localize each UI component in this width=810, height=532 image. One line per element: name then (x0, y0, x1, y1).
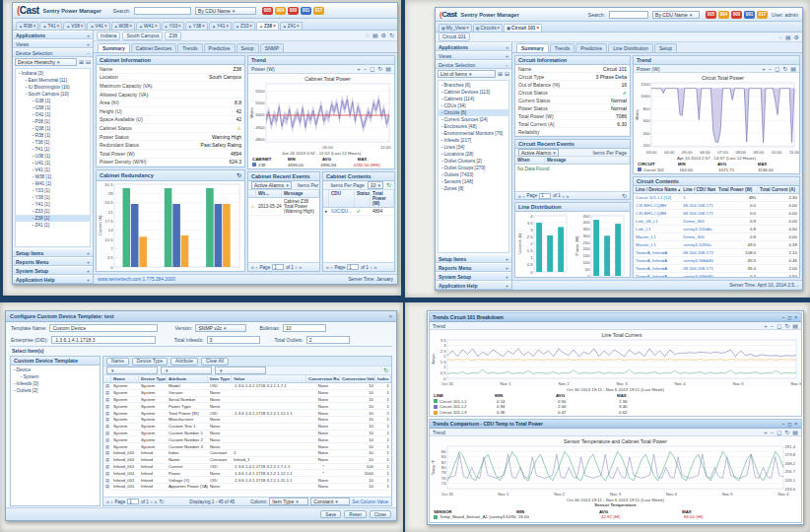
total-outlets-input[interactable]: 2 (306, 336, 350, 344)
tree-node[interactable]: Infeeds [3] (11, 380, 100, 387)
col-cdu[interactable]: CDU (329, 190, 355, 207)
toolbar-button[interactable]: Clear All (201, 358, 229, 366)
close-icon[interactable]: × (81, 24, 84, 29)
refresh-icon[interactable]: ↻ (383, 366, 388, 374)
contents-row[interactable]: TowerA_InfeedAsentry3-56bb8045.50.46 (634, 257, 799, 265)
total-infeeds-input[interactable]: 3 (207, 336, 260, 344)
items-per-page-select[interactable]: 10▾ (368, 181, 383, 189)
close-icon[interactable]: × (389, 313, 392, 319)
close-icon[interactable]: × (155, 24, 158, 29)
contents-row[interactable]: TowerA_InfeedA68.204.208.17135.02.00 (634, 265, 799, 273)
tab[interactable]: Trends (177, 43, 202, 52)
template-name-input[interactable]: Custom Device (49, 324, 158, 332)
tree-node[interactable]: Y38 [1] (16, 194, 90, 201)
col-message[interactable]: Message (282, 190, 319, 197)
col-conversion-value[interactable]: Conversion Value (340, 375, 375, 382)
contents-row[interactable]: CXLBH1-CQBH68.204.208.1710.00.00 (634, 210, 799, 218)
tab[interactable]: Predictive (204, 43, 236, 52)
toolbar-icon[interactable]: ▤ (372, 32, 378, 39)
tree-node[interactable]: East Memorial [11] (16, 77, 90, 84)
version-select[interactable]: SNMP v2c▾ (195, 324, 246, 332)
close-icon[interactable]: × (537, 26, 540, 31)
tree-node[interactable]: Indiana [3] (16, 70, 90, 77)
close-icon[interactable]: × (202, 24, 205, 29)
sidebar-item-views[interactable]: Views+ (436, 51, 511, 60)
tree-node[interactable]: Sensors [148] (439, 178, 508, 185)
contents-row[interactable]: Master_L1sentry3-52f50c49.50.39 (634, 241, 799, 249)
chart-tool-icon[interactable]: ▤ (385, 65, 391, 73)
toolbar-icon[interactable]: ◌ (778, 33, 782, 41)
breadcrumb-item[interactable]: South Campus (122, 32, 163, 40)
close-icon[interactable]: × (178, 24, 181, 29)
device-tab[interactable]: ▲T41× (39, 22, 62, 30)
device-tab[interactable]: ▲Y03× (162, 22, 184, 30)
panel-titlebar[interactable]: Trends Circuit 101 Breakdown– ◻ × (430, 313, 801, 322)
col-item-type[interactable]: Item Type (208, 375, 232, 382)
tree-node[interactable]: Environmental Monitors [76] (439, 130, 508, 137)
device-tab[interactable]: ▲W41× (136, 22, 160, 30)
last-page-icon[interactable]: » (300, 264, 303, 270)
bulkmax-input[interactable]: 10 (283, 324, 326, 332)
prev-page-icon[interactable]: ‹ (256, 264, 258, 270)
close-icon[interactable]: × (498, 26, 501, 31)
tree-node[interactable]: Q38 [1] (16, 125, 90, 132)
chart-tool-icon[interactable]: ↻ (784, 322, 789, 330)
device-tab[interactable]: ▦Circuit 101× (504, 24, 542, 32)
page-input[interactable]: 1 (272, 264, 284, 270)
col-conversion-rule[interactable]: Conversion Rule (306, 375, 340, 382)
collapse-icon[interactable]: « (87, 33, 90, 38)
refresh-icon[interactable]: ↻ (386, 181, 391, 189)
tree-node[interactable]: Locations [28] (439, 151, 508, 158)
sidebar-item-device-selection[interactable]: Device Selection− (436, 60, 511, 69)
device-tab[interactable]: ▦Circuits× (473, 24, 503, 32)
col-when[interactable]: When (515, 157, 545, 164)
close-icon[interactable]: × (226, 24, 229, 29)
refresh-icon[interactable]: ↻ (622, 192, 627, 200)
close-icon[interactable]: × (297, 24, 300, 29)
alert-badge[interactable]: 017 (757, 11, 768, 19)
toolbar-button[interactable]: Attribute (170, 358, 198, 366)
search-input[interactable] (609, 11, 648, 19)
close-icon[interactable]: × (57, 24, 60, 29)
tree-node[interactable]: Infeeds [217] (439, 137, 508, 144)
col-attribute[interactable]: Attribute (167, 375, 208, 382)
sidebar-header-applications[interactable]: Applications« (13, 31, 93, 39)
chart-tool-icon[interactable]: ▤ (792, 322, 798, 330)
alert-badge[interactable]: 004 (718, 11, 729, 19)
tree-node[interactable]: System (11, 373, 100, 380)
close-icon[interactable]: × (273, 24, 276, 29)
device-tab[interactable]: ▲Y41× (209, 22, 232, 30)
alarm-filter-select[interactable]: Active Alarms▾ (518, 149, 559, 157)
breadcrumb-item[interactable]: Indiana (97, 32, 120, 40)
device-tab[interactable]: ▲V08× (63, 22, 86, 30)
tab[interactable]: Trends (550, 43, 574, 52)
page-input[interactable]: 1 (539, 193, 551, 199)
tree-node[interactable]: Enclosures [48] (439, 123, 508, 130)
col-device-type[interactable]: Device Type (139, 375, 167, 382)
tree-node[interactable]: W41 [1] (16, 180, 90, 187)
breadcrumb-item[interactable]: Z38 (165, 32, 181, 40)
tab[interactable]: Summary (98, 43, 130, 52)
filter-attribute-select[interactable]: ▾ (215, 366, 266, 374)
device-tab[interactable]: ▲Y38× (185, 22, 208, 30)
accordion-header[interactable]: System Setup+ (13, 266, 93, 275)
alert-badge[interactable]: 005 (706, 11, 716, 19)
list-select[interactable]: List of Items▾ (438, 70, 496, 78)
search-input[interactable] (134, 7, 191, 15)
device-tab[interactable]: ▲Z38× (256, 22, 279, 30)
tree-node[interactable]: Y33 [1] (16, 187, 90, 194)
alert-badge[interactable]: 000 (731, 11, 742, 19)
expand-tree-icon[interactable]: ⊞ (498, 70, 503, 78)
close-icon[interactable]: × (466, 26, 469, 31)
toolbar-button[interactable]: Device Type (132, 358, 168, 366)
contents-row[interactable]: TowerA_InfeedA68.204.208.172108.01.10 (634, 249, 799, 257)
tree-node[interactable]: Z41 [1] (16, 222, 90, 229)
col-status[interactable]: Status (355, 190, 371, 207)
device-tab[interactable]: ▲V41× (87, 22, 109, 30)
contents-row[interactable]: Master_L1Demo_3000.90.00 (634, 233, 799, 241)
sidebar-header-applications[interactable]: Applications« (436, 42, 511, 51)
alert-badge[interactable]: 005 (262, 7, 273, 15)
tree-node[interactable]: R38 [1] (16, 132, 90, 139)
chart-tool-icon[interactable]: ◻ (775, 65, 779, 73)
tree-node[interactable]: Device (11, 366, 100, 373)
